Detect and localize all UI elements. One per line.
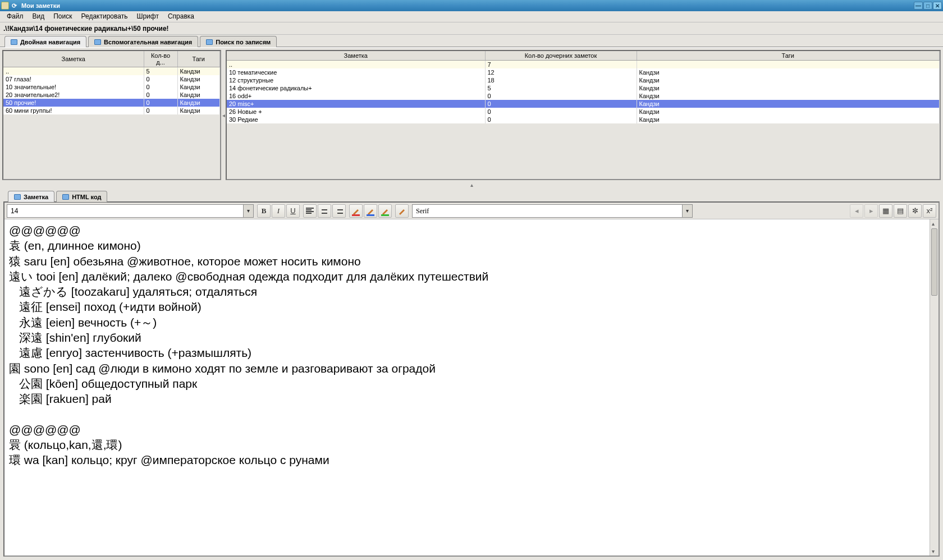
note-line: 睘 (кольцо,kan,還,環) [9,437,925,452]
left-tree[interactable]: ЗаметкаКол-во д...Таги..5Кандзи07 глаза!… [2,50,221,180]
align-center-button[interactable] [318,204,331,218]
dropdown-arrow-icon[interactable] [682,205,692,217]
menu-view[interactable]: Вид [28,11,49,22]
note-line: 深遠 [shin'en] глубокий [9,330,925,345]
table-row[interactable]: ..7 [227,61,940,68]
dropdown-arrow-icon[interactable] [243,205,253,217]
table-cell: Кандзи [177,83,220,91]
table-cell: Кандзи [177,107,220,114]
table-row[interactable]: 14 фонетические радикалы+5Кандзи [227,84,940,92]
tab-dual-nav[interactable]: Двойная навигация [4,36,86,47]
font-family-combo[interactable]: Serif [412,204,693,218]
nav-forward-button[interactable]: ▸ [864,204,878,218]
horizontal-splitter[interactable] [0,182,943,187]
right-table[interactable]: ЗаметкаКол-во дочерних заметокТаги..710 … [227,51,940,123]
tab-label: Заметка [24,194,48,200]
align-right-icon [335,208,343,214]
pencil-icon [398,207,406,215]
custom-color-button[interactable] [395,204,409,218]
table-row[interactable]: 10 значительные!0Кандзи [3,83,220,91]
table-cell: .. [3,67,144,75]
table-row[interactable]: 10 тематические12Кандзи [227,68,940,76]
nav-back-button[interactable]: ◂ [850,204,863,218]
font-size-combo[interactable]: 14 [7,204,254,218]
column-header[interactable]: Таги [637,51,940,61]
table-cell: 10 тематические [227,68,485,76]
vertical-splitter[interactable] [221,50,226,180]
menu-file[interactable]: Файл [2,11,28,22]
table-row[interactable]: 16 odd+0Кандзи [227,92,940,100]
dual-nav-pane: ЗаметкаКол-во д...Таги..5Кандзи07 глаза!… [0,47,943,182]
text-color-green-button[interactable] [378,204,392,218]
tab-aux-nav[interactable]: Вспомогательная навигация [88,36,198,47]
table-cell: 0 [485,100,637,108]
note-line: 遠ざかる [toozakaru] удаляться; отдаляться [9,284,925,299]
table-cell: Кандзи [637,68,940,76]
tab-html[interactable]: HTML код [56,191,107,202]
align-right-button[interactable] [332,204,346,218]
table-cell: 20 значительные2! [3,91,144,99]
table-cell: Кандзи [177,67,220,75]
underline-button[interactable]: U [286,204,300,218]
maximize-button[interactable]: □ [923,2,932,10]
column-header[interactable]: Заметка [227,51,485,61]
minimize-button[interactable]: — [914,2,923,10]
settings-button[interactable]: ✼ [908,204,922,218]
bold-button[interactable]: B [257,204,271,218]
table-row[interactable]: 30 Редкие0Кандзи [227,116,940,123]
text-color-blue-button[interactable] [364,204,377,218]
table-row[interactable]: 20 misc+0Кандзи [227,100,940,108]
table-cell: 0 [144,75,177,83]
table-row[interactable]: 26 Новые +0Кандзи [227,108,940,116]
menu-edit[interactable]: Редактировать [77,11,132,22]
table-cell: .. [227,61,485,68]
align-left-button[interactable] [303,204,317,218]
tab-search-notes[interactable]: Поиск по записям [200,36,277,47]
table-cell: 12 структурные [227,76,485,84]
table-row[interactable]: 07 глаза!0Кандзи [3,75,220,83]
align-center-icon [321,208,328,214]
editor-toolbar: 14 B I U [4,203,939,219]
table-row[interactable]: 50 прочие!0Кандзи [3,99,220,107]
insert-image-button[interactable]: ▤ [894,204,907,218]
table-row[interactable]: ..5Кандзи [3,67,220,75]
table-cell [637,61,940,68]
column-header[interactable]: Кол-во дочерних заметок [485,51,637,61]
note-editor[interactable]: @@@@@@袁 (en, длинное кимоно)猿 saru [en] … [4,219,930,556]
menu-search[interactable]: Поиск [49,11,76,22]
text-color-red-button[interactable] [349,204,363,218]
tab-note[interactable]: Заметка [8,191,54,202]
table-row[interactable]: 20 значительные2!0Кандзи [3,91,220,99]
window-title: Мои заметки [21,2,60,9]
note-line: 永遠 [eien] вечность (+～) [9,315,925,330]
note-line: 遠征 [ensei] поход (+идти войной) [9,299,925,314]
note-line: 楽園 [rakuen] рай [9,391,925,406]
column-header[interactable]: Кол-во д... [144,51,177,67]
pencil-icon [381,207,389,215]
table-cell: 26 Новые + [227,108,485,116]
column-header[interactable]: Таги [177,51,220,67]
menu-font[interactable]: Шрифт [132,11,163,22]
table-row[interactable]: 60 мини группы!0Кандзи [3,107,220,114]
nav-tabs: Двойная навигация Вспомогательная навига… [0,35,943,47]
column-header[interactable]: Заметка [3,51,144,67]
table-cell: 50 прочие! [3,99,144,107]
tab-icon [94,39,101,45]
menu-help[interactable]: Справка [163,11,199,22]
left-table[interactable]: ЗаметкаКол-во д...Таги..5Кандзи07 глаза!… [3,51,220,114]
table-cell: 0 [144,99,177,107]
right-tree[interactable]: ЗаметкаКол-во дочерних заметокТаги..710 … [226,50,941,180]
align-left-icon [306,208,314,214]
table-cell: 0 [144,107,177,114]
table-cell: 0 [485,108,637,116]
table-row[interactable]: 12 структурные18Кандзи [227,76,940,84]
insert-table-button[interactable]: ▦ [879,204,892,218]
breadcrumb: .\!Кандзи\14 фонетические радикалы+\50 п… [0,22,943,35]
superscript-button[interactable]: x² [923,204,936,218]
table-cell: 10 значительные! [3,83,144,91]
italic-button[interactable]: I [272,204,285,218]
window-titlebar: ⟳ Мои заметки — □ ✕ [0,0,943,11]
scrollbar-thumb[interactable] [931,228,937,296]
close-button[interactable]: ✕ [933,2,942,10]
editor-scrollbar[interactable] [930,219,939,556]
